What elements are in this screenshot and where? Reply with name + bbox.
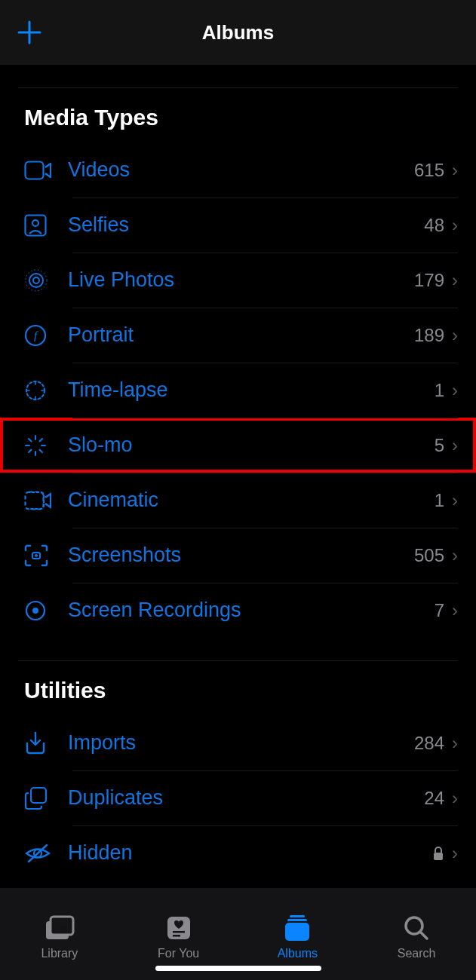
video-icon	[24, 161, 51, 180]
svg-line-39	[421, 933, 427, 939]
media-row-time-lapse[interactable]: Time-lapse 1 ›	[0, 363, 476, 418]
selfie-icon	[24, 214, 47, 237]
screen-recordings-icon	[24, 599, 47, 622]
row-label: Imports	[68, 731, 414, 755]
row-count: 179	[414, 270, 444, 291]
chevron-right-icon: ›	[452, 843, 458, 864]
row-label: Screenshots	[68, 544, 414, 567]
chevron-right-icon: ›	[452, 270, 458, 291]
media-row-screenshots[interactable]: Screenshots 505 ›	[0, 528, 476, 583]
row-label: Hidden	[68, 841, 432, 865]
tab-library[interactable]: Library	[0, 914, 119, 960]
photos-app-screen: Albums Media Types Videos 615 › Selfies …	[0, 0, 476, 980]
tab-search[interactable]: Search	[357, 914, 476, 960]
timelapse-icon	[24, 379, 47, 402]
chevron-right-icon: ›	[452, 733, 458, 754]
chevron-right-icon: ›	[452, 380, 458, 401]
row-label: Slo-mo	[68, 433, 414, 457]
section-header-utilities: Utilities	[0, 661, 476, 715]
chevron-right-icon: ›	[452, 600, 458, 621]
hidden-icon	[24, 844, 51, 863]
svg-rect-21	[26, 492, 44, 509]
for-you-icon	[165, 914, 192, 942]
row-count: 1	[414, 380, 444, 401]
chevron-right-icon: ›	[452, 490, 458, 511]
row-count: 1	[414, 490, 444, 511]
row-count: 189	[414, 325, 444, 346]
svg-rect-26	[31, 788, 46, 803]
search-icon	[403, 914, 430, 942]
media-row-videos[interactable]: Videos 615 ›	[0, 142, 476, 198]
tab-label: Albums	[278, 947, 318, 960]
media-row-live-photos[interactable]: Live Photos 179 ›	[0, 253, 476, 308]
row-label: Time-lapse	[68, 378, 414, 402]
row-count: 48	[414, 215, 444, 236]
add-album-button[interactable]	[15, 18, 44, 47]
svg-line-17	[29, 439, 32, 442]
row-label: Selfies	[68, 213, 414, 237]
svg-rect-35	[290, 915, 305, 917]
utility-row-duplicates[interactable]: Duplicates 24 ›	[0, 770, 476, 825]
row-count: 24	[414, 788, 444, 809]
svg-point-2	[32, 220, 38, 226]
chevron-right-icon: ›	[452, 435, 458, 456]
imports-icon	[24, 731, 47, 755]
row-count: 615	[414, 160, 444, 181]
navbar-title: Albums	[202, 21, 274, 44]
row-label: Duplicates	[68, 786, 414, 810]
media-row-cinematic[interactable]: Cinematic 1 ›	[0, 473, 476, 528]
svg-line-18	[40, 449, 43, 452]
row-count: 7	[414, 600, 444, 621]
chevron-right-icon: ›	[452, 545, 458, 566]
row-count: 284	[414, 733, 444, 754]
row-label: Live Photos	[68, 268, 414, 292]
chevron-right-icon: ›	[452, 215, 458, 236]
duplicates-icon	[24, 786, 48, 810]
utility-row-imports[interactable]: Imports 284 ›	[0, 715, 476, 770]
row-count: 505	[414, 545, 444, 566]
media-row-screen-recordings[interactable]: Screen Recordings 7 ›	[0, 583, 476, 638]
library-icon	[44, 914, 75, 942]
row-label: Videos	[68, 158, 414, 182]
chevron-right-icon: ›	[452, 325, 458, 346]
screenshots-icon	[24, 544, 48, 567]
navbar: Albums	[0, 0, 476, 65]
svg-point-4	[29, 274, 43, 287]
media-row-slo-mo[interactable]: Slo-mo 5 ›	[0, 418, 476, 473]
tab-for-you[interactable]: For You	[119, 914, 238, 960]
plus-icon	[17, 20, 42, 45]
utility-row-hidden[interactable]: Hidden ›	[0, 825, 476, 880]
slomo-icon	[24, 434, 47, 457]
content-scroll[interactable]: Media Types Videos 615 › Selfies 48 › Li…	[0, 65, 476, 888]
svg-rect-34	[173, 935, 180, 937]
svg-text:f: f	[34, 329, 38, 341]
svg-rect-29	[434, 853, 443, 860]
svg-line-19	[29, 449, 32, 452]
section-header-media-types: Media Types	[0, 88, 476, 142]
svg-point-3	[33, 277, 39, 283]
media-row-portrait[interactable]: f Portrait 189 ›	[0, 308, 476, 363]
chevron-right-icon: ›	[452, 160, 458, 181]
tab-label: Library	[41, 947, 78, 960]
tab-albums[interactable]: Albums	[238, 914, 358, 960]
cinematic-icon	[24, 491, 51, 510]
tab-label: Search	[398, 947, 436, 960]
svg-line-20	[40, 439, 43, 442]
row-label: Cinematic	[68, 488, 414, 512]
chevron-right-icon: ›	[452, 788, 458, 809]
live-photos-icon	[24, 268, 48, 292]
albums-icon	[282, 914, 312, 942]
portrait-icon: f	[24, 324, 47, 347]
lock-icon	[432, 846, 444, 861]
home-indicator[interactable]	[155, 966, 321, 971]
svg-rect-33	[173, 931, 185, 933]
tab-label: For You	[158, 947, 199, 960]
media-row-selfies[interactable]: Selfies 48 ›	[0, 198, 476, 253]
svg-point-23	[35, 554, 38, 557]
svg-point-38	[406, 917, 422, 934]
row-label: Portrait	[68, 323, 414, 347]
svg-rect-0	[26, 161, 44, 179]
svg-rect-37	[285, 923, 309, 941]
svg-line-28	[29, 845, 47, 862]
row-label: Screen Recordings	[68, 599, 414, 622]
